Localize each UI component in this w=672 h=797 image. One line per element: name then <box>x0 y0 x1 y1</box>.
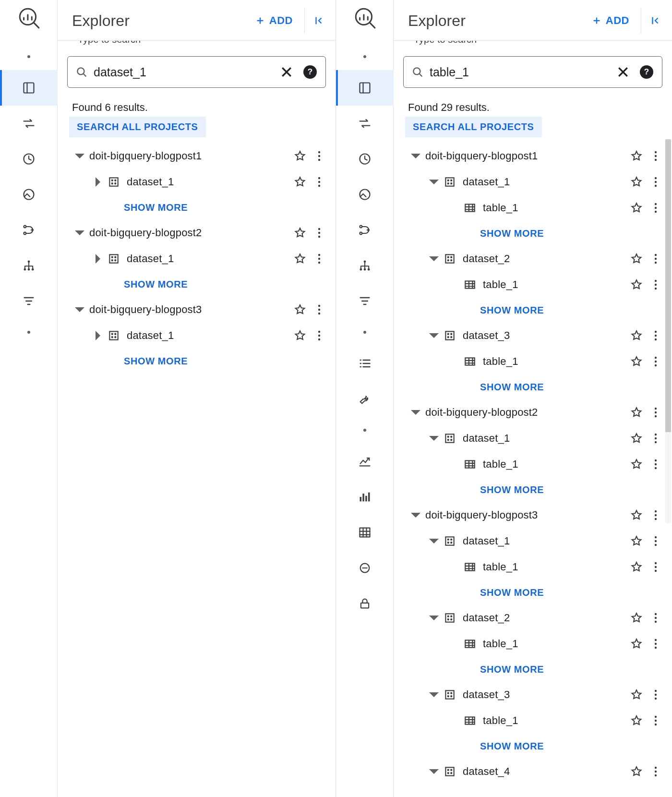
more-actions-button[interactable] <box>646 198 665 217</box>
star-button[interactable] <box>627 275 646 294</box>
show-more-button[interactable]: SHOW MORE <box>480 228 544 239</box>
show-more-button[interactable]: SHOW MORE <box>124 202 188 213</box>
expand-icon[interactable] <box>424 429 444 448</box>
clear-search-button[interactable] <box>277 63 296 81</box>
search-help-button[interactable]: ? <box>638 63 655 81</box>
dataset-row[interactable]: dataset_2 <box>397 246 668 272</box>
show-more-button[interactable]: SHOW MORE <box>480 305 544 316</box>
sidebar-dataflow-item[interactable] <box>336 212 394 248</box>
more-actions-button[interactable] <box>310 146 329 166</box>
sidebar-history-item[interactable] <box>0 141 58 177</box>
star-button[interactable] <box>290 326 310 345</box>
sidebar-scheduled-item[interactable] <box>0 177 58 212</box>
expand-icon[interactable] <box>406 146 425 166</box>
sidebar-dataflow-item[interactable] <box>0 212 58 248</box>
expand-icon[interactable] <box>406 506 425 525</box>
show-more-button[interactable]: SHOW MORE <box>480 382 544 393</box>
show-more-button[interactable]: SHOW MORE <box>480 484 544 495</box>
star-button[interactable] <box>627 685 646 704</box>
more-actions-button[interactable] <box>646 146 665 166</box>
expand-icon[interactable] <box>424 249 444 268</box>
show-more-button[interactable]: SHOW MORE <box>480 587 544 598</box>
more-actions-button[interactable] <box>646 249 665 268</box>
more-actions-button[interactable] <box>646 634 665 653</box>
project-row[interactable]: doit-bigquery-blogpost3 <box>397 502 668 528</box>
collapse-panel-button[interactable] <box>643 11 667 31</box>
more-actions-button[interactable] <box>646 403 665 422</box>
star-button[interactable] <box>290 249 310 268</box>
more-actions-button[interactable] <box>646 685 665 704</box>
expand-icon[interactable] <box>424 762 444 781</box>
project-row[interactable]: doit-bigquery-blogpost3 <box>61 297 332 323</box>
more-actions-button[interactable] <box>646 352 665 371</box>
star-button[interactable] <box>627 634 646 653</box>
expand-icon[interactable] <box>70 146 89 166</box>
table-row[interactable]: table_1 <box>397 349 668 374</box>
search-all-projects-button[interactable]: SEARCH ALL PROJECTS <box>405 117 542 137</box>
more-actions-button[interactable] <box>646 455 665 474</box>
expand-icon[interactable] <box>424 326 444 345</box>
star-button[interactable] <box>627 557 646 577</box>
clear-search-button[interactable] <box>614 63 632 81</box>
expand-icon[interactable] <box>406 403 425 422</box>
star-button[interactable] <box>627 352 646 371</box>
project-row[interactable]: doit-bigquery-blogpost2 <box>61 220 332 246</box>
more-actions-button[interactable] <box>646 608 665 628</box>
table-row[interactable]: table_1 <box>397 451 668 477</box>
scrollbar-thumb[interactable] <box>665 139 671 432</box>
dataset-row[interactable]: dataset_1 <box>61 169 332 195</box>
more-actions-button[interactable] <box>310 300 329 319</box>
more-actions-button[interactable] <box>310 249 329 268</box>
search-input[interactable] <box>430 65 608 79</box>
star-button[interactable] <box>627 198 646 217</box>
show-more-button[interactable]: SHOW MORE <box>480 664 544 675</box>
table-row[interactable]: table_1 <box>397 631 668 657</box>
dataset-row[interactable]: dataset_4 <box>397 759 668 785</box>
dataset-row[interactable]: dataset_1 <box>397 169 668 195</box>
more-actions-button[interactable] <box>646 531 665 551</box>
star-button[interactable] <box>290 172 310 192</box>
more-actions-button[interactable] <box>646 762 665 781</box>
project-row[interactable]: doit-bigquery-blogpost1 <box>61 143 332 169</box>
dataset-row[interactable]: dataset_2 <box>397 605 668 631</box>
more-actions-button[interactable] <box>310 326 329 345</box>
star-button[interactable] <box>627 506 646 525</box>
dataset-row[interactable]: dataset_1 <box>61 246 332 272</box>
more-actions-button[interactable] <box>310 223 329 242</box>
sidebar-hierarchy-item[interactable] <box>0 248 58 283</box>
scrollbar[interactable] <box>665 139 671 523</box>
expand-icon[interactable] <box>88 326 108 345</box>
expand-icon[interactable] <box>70 223 89 242</box>
expand-icon[interactable] <box>88 249 108 268</box>
star-button[interactable] <box>290 223 310 242</box>
table-row[interactable]: table_1 <box>397 272 668 298</box>
project-row[interactable]: doit-bigquery-blogpost1 <box>397 143 668 169</box>
expand-icon[interactable] <box>424 172 444 192</box>
star-button[interactable] <box>627 711 646 730</box>
more-actions-button[interactable] <box>646 506 665 525</box>
show-more-button[interactable]: SHOW MORE <box>480 741 544 752</box>
expand-icon[interactable] <box>88 172 108 192</box>
sidebar-hierarchy-item[interactable] <box>336 248 394 283</box>
expand-icon[interactable] <box>424 531 444 551</box>
add-button[interactable]: ADD <box>245 10 302 32</box>
collapse-panel-button[interactable] <box>307 11 331 31</box>
star-button[interactable] <box>627 531 646 551</box>
table-row[interactable]: table_1 <box>397 195 668 221</box>
sidebar-history-item[interactable] <box>336 141 394 177</box>
sidebar-transfers-item[interactable] <box>336 106 394 141</box>
star-button[interactable] <box>627 403 646 422</box>
project-row[interactable]: doit-bigquery-blogpost2 <box>397 399 668 425</box>
search-all-projects-button[interactable]: SEARCH ALL PROJECTS <box>69 117 206 137</box>
star-button[interactable] <box>627 146 646 166</box>
table-row[interactable]: table_1 <box>397 708 668 734</box>
expand-icon[interactable] <box>70 300 89 319</box>
star-button[interactable] <box>290 146 310 166</box>
star-button[interactable] <box>627 249 646 268</box>
star-button[interactable] <box>627 608 646 628</box>
dataset-row[interactable]: dataset_1 <box>397 528 668 554</box>
star-button[interactable] <box>627 172 646 192</box>
more-actions-button[interactable] <box>646 429 665 448</box>
star-button[interactable] <box>290 300 310 319</box>
sidebar-transfers-item[interactable] <box>0 106 58 141</box>
